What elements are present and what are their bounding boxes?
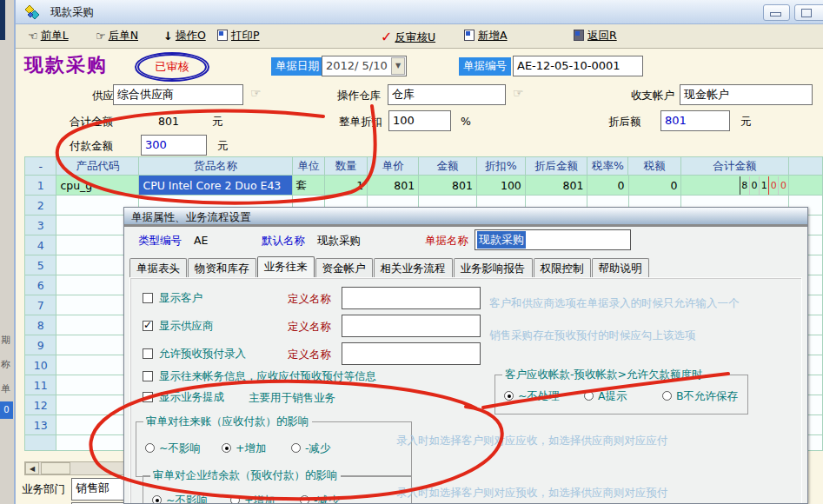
row-number-cell[interactable]: 8 — [25, 315, 56, 335]
background-titlebar-fragment — [0, 0, 5, 40]
print-button[interactable]: 打印P — [217, 29, 260, 44]
table-cell[interactable]: 1 — [325, 176, 368, 196]
show-supplier-checkbox[interactable]: 显示供应商 — [143, 319, 214, 334]
row-number-cell[interactable]: 13 — [25, 415, 56, 435]
red-check-icon: ✓ — [381, 29, 392, 45]
tab-bangzhushuoming[interactable]: 帮助说明 — [592, 258, 649, 278]
allow-prepay-checkbox[interactable]: 允许预收预付录入 — [143, 347, 246, 361]
prev-doc-button[interactable]: ☜前单L — [28, 29, 69, 44]
date-combobox[interactable]: 2012/ 5/10 ▼ — [322, 56, 407, 76]
show-commission-checkbox[interactable]: 显示业务提成 — [143, 390, 224, 405]
row-number-cell[interactable]: 6 — [25, 275, 56, 295]
checkbox-icon[interactable] — [143, 348, 153, 359]
selected-text: 现款采购 — [477, 231, 526, 249]
minimize-button[interactable] — [763, 4, 790, 21]
radio-no-effect[interactable]: ~不影响 — [145, 441, 201, 456]
docno-label: 单据编号 — [459, 57, 511, 76]
checkbox-checked-icon[interactable] — [143, 321, 153, 331]
define-name-input-2[interactable] — [342, 315, 481, 337]
row-number-cell[interactable]: 10 — [25, 355, 56, 375]
after-discount-input[interactable]: 801 — [660, 110, 730, 131]
tab-yewuyingxiangbaogao[interactable]: 业务影响报告 — [454, 258, 533, 278]
column-header — [789, 157, 823, 176]
define-name-input-1[interactable] — [342, 287, 481, 309]
lookup-hand-icon[interactable]: ☞ — [250, 86, 262, 100]
tab-quanxiankongzhi[interactable]: 权限控制 — [534, 258, 591, 278]
define-name-input-3[interactable] — [342, 342, 481, 365]
row-number-cell[interactable]: 2 — [25, 196, 56, 216]
dept-input[interactable]: 销售部 — [71, 478, 125, 501]
table-cell[interactable]: 801 — [368, 176, 419, 196]
dialog-titlebar[interactable]: 单据属性、业务流程设置 — [124, 208, 807, 227]
radio-icon[interactable] — [145, 443, 155, 453]
radio-icon[interactable] — [291, 443, 301, 453]
maximize-icon — [801, 9, 812, 17]
supplier-input[interactable]: 综合供应商 — [113, 84, 243, 105]
docno-input[interactable]: AE-12-05-10-0001 — [513, 56, 643, 76]
radio-selected-icon[interactable] — [152, 495, 162, 504]
row-number-cell[interactable]: 7 — [25, 295, 56, 315]
radio-selected-icon[interactable] — [222, 443, 231, 453]
radio-no-action[interactable]: ~不处理 — [504, 389, 560, 404]
discount-input[interactable]: 100 — [388, 110, 451, 131]
scroll-left-arrow-icon[interactable]: ◀ — [25, 462, 39, 474]
next-doc-button[interactable]: ☞后单N — [96, 29, 138, 44]
checkbox-icon[interactable] — [143, 293, 153, 303]
table-cell[interactable]: 0 — [587, 176, 628, 196]
table-cell[interactable]: 套 — [293, 176, 325, 196]
payment-input[interactable]: 300 — [141, 135, 207, 156]
total-ledger-cell[interactable]: 80100 — [681, 176, 788, 196]
radio-icon[interactable] — [584, 391, 594, 401]
table-cell[interactable] — [789, 176, 823, 196]
row-number-cell[interactable]: 4 — [25, 235, 56, 255]
table-cell[interactable]: 100 — [477, 176, 526, 196]
tab-yewuwanglai[interactable]: 业务往来 — [257, 256, 315, 278]
warehouse-input[interactable]: 仓库 — [388, 84, 506, 105]
table-cell[interactable]: CPU Intel Core 2 Duo E43 — [139, 176, 292, 196]
row-number-cell[interactable]: 5 — [25, 255, 56, 275]
chevron-down-icon[interactable]: ▼ — [391, 57, 405, 75]
tab-xiangguanyewuliucheng[interactable]: 相关业务流程 — [374, 258, 453, 278]
row-number-cell[interactable]: 9 — [25, 335, 56, 355]
table-cell[interactable]: 801 — [526, 176, 588, 196]
unaudit-button[interactable]: ✓反审核U — [381, 29, 435, 44]
radio-icon[interactable] — [300, 495, 309, 504]
radio-b-no-save[interactable]: B不允许保存 — [662, 389, 738, 404]
lookup-hand-icon[interactable]: ☞ — [513, 86, 524, 100]
row-number-cell[interactable]: 11 — [25, 375, 56, 395]
show-customer-checkbox[interactable]: 显示客户 — [143, 291, 202, 306]
account-input[interactable]: 现金帐户 — [680, 84, 813, 105]
checkbox-icon[interactable] — [143, 392, 153, 402]
radio-icon[interactable] — [662, 391, 672, 401]
table-cell[interactable]: 0 — [629, 176, 682, 196]
doc-name-input[interactable]: 现款采购 — [475, 229, 631, 250]
return-button[interactable]: 返回R — [574, 29, 617, 44]
ledger-digit-slot: 0 — [778, 176, 787, 195]
radio-icon[interactable] — [230, 495, 240, 504]
table-cell[interactable]: cpu_g — [56, 176, 139, 196]
maximize-button[interactable] — [794, 4, 823, 21]
row-number-cell[interactable]: 3 — [25, 216, 56, 235]
radio-a-prompt[interactable]: A提示 — [584, 389, 627, 404]
row-number-cell[interactable]: 1 — [25, 176, 56, 196]
radio-increase[interactable]: +增加 — [222, 441, 266, 456]
radio-decrease[interactable]: -减少 — [291, 441, 331, 456]
radio-increase[interactable]: +增加 — [230, 494, 275, 504]
window-titlebar: 现款采购 — [16, 0, 823, 24]
operate-button[interactable]: ↓操作O — [163, 29, 206, 44]
hand-left-icon: ☜ — [28, 30, 38, 43]
show-account-info-checkbox[interactable]: 显示往来帐务信息，应收应付预收预付等信息 — [143, 369, 376, 384]
row-number-cell[interactable]: 12 — [25, 395, 56, 415]
column-header: 税额 — [628, 157, 681, 176]
tab-zijinzhanghu[interactable]: 资金帐户 — [315, 258, 373, 278]
radio-selected-icon[interactable] — [504, 391, 514, 401]
scrollbar-thumb[interactable] — [41, 462, 70, 474]
radio-decrease[interactable]: -减少 — [300, 494, 340, 504]
account-label: 收支帐户 — [631, 89, 674, 103]
checkbox-icon[interactable] — [143, 371, 153, 381]
tab-danjubiaotou[interactable]: 单据表头 — [129, 258, 187, 278]
radio-no-effect[interactable]: ~不影响 — [152, 494, 208, 504]
tab-wuzihekucun[interactable]: 物资和库存 — [188, 258, 256, 278]
table-cell[interactable]: 801 — [419, 176, 477, 196]
new-button[interactable]: 新增A — [464, 29, 508, 44]
